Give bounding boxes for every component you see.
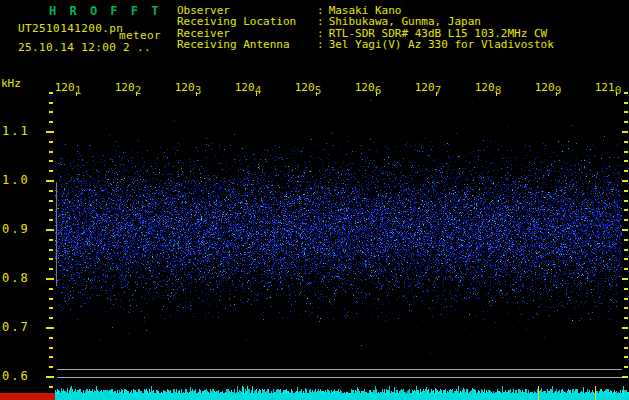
y-major-tick <box>46 376 54 378</box>
y-minor-tick-right <box>624 151 628 153</box>
x-axis-label: 1201 <box>53 81 83 94</box>
y-minor-tick <box>49 366 53 368</box>
y-minor-tick-right <box>624 121 628 123</box>
hrofft-window: H R O F F T UT2510141200.pn meteor 25.10… <box>0 0 629 400</box>
x-axis-label-hour: 120 <box>295 81 315 94</box>
x-axis-label-hour: 120 <box>175 81 195 94</box>
output-filename: UT2510141200.pn <box>18 22 123 35</box>
y-minor-tick-right <box>624 288 628 290</box>
y-minor-tick-right <box>624 249 628 251</box>
y-minor-tick-right <box>624 347 628 349</box>
y-minor-tick-right <box>624 356 628 358</box>
x-axis-label: 1210 <box>593 81 623 94</box>
corner-level-block <box>0 393 55 400</box>
y-minor-tick-right <box>624 268 628 270</box>
datetime-label: 25.10.14 12:00 <box>18 41 116 54</box>
y-axis-label: 1.0 <box>2 173 42 187</box>
y-minor-tick <box>49 347 53 349</box>
y-minor-tick <box>49 258 53 260</box>
reference-line-upper <box>57 369 622 370</box>
station-info-colon: : <box>317 39 324 50</box>
y-minor-tick <box>49 307 53 309</box>
y-minor-tick <box>49 268 53 270</box>
y-minor-tick-right <box>624 190 628 192</box>
y-minor-tick <box>49 151 53 153</box>
x-axis-label: 1204 <box>233 81 263 94</box>
event-marker-line <box>595 386 596 400</box>
y-minor-tick <box>49 92 53 94</box>
y-minor-tick <box>49 102 53 104</box>
y-minor-tick-right <box>624 337 628 339</box>
x-axis-label-hour: 120 <box>475 81 495 94</box>
y-major-tick <box>46 180 54 182</box>
y-minor-tick-right <box>624 209 628 211</box>
x-axis-label-hour: 120 <box>235 81 255 94</box>
x-axis-label: 1202 <box>113 81 143 94</box>
y-minor-tick-right <box>624 298 628 300</box>
reference-line-lower <box>57 377 622 378</box>
y-minor-tick-right <box>624 111 628 113</box>
y-minor-tick <box>49 170 53 172</box>
y-minor-tick <box>49 249 53 251</box>
x-axis-label: 1205 <box>293 81 323 94</box>
y-major-tick <box>46 229 54 231</box>
counter-label: 2 .. <box>123 41 151 54</box>
y-major-tick <box>46 327 54 329</box>
app-title: H R O F F T <box>49 4 161 18</box>
y-minor-tick <box>49 317 53 319</box>
y-minor-tick <box>49 219 53 221</box>
y-minor-tick <box>49 298 53 300</box>
y-minor-tick-right <box>624 258 628 260</box>
x-axis-label-hour: 120 <box>415 81 435 94</box>
station-info-value: 3el Yagi(V) Az 330 for Vladivostok <box>329 39 554 50</box>
x-axis-label-hour: 120 <box>355 81 375 94</box>
y-major-tick-right <box>621 278 628 280</box>
y-major-tick-right <box>621 376 628 378</box>
y-minor-tick <box>49 239 53 241</box>
y-major-tick-right <box>621 229 628 231</box>
y-minor-tick-right <box>624 141 628 143</box>
x-axis-label: 1206 <box>353 81 383 94</box>
x-axis-label-hour: 121 <box>595 81 615 94</box>
station-info-table: Observer:Masaki KanoReceiving Location:S… <box>177 5 554 51</box>
y-minor-tick <box>49 111 53 113</box>
y-axis-unit-label: kHz <box>1 77 21 90</box>
y-minor-tick-right <box>624 160 628 162</box>
x-axis-label: 1208 <box>473 81 503 94</box>
y-minor-tick <box>49 141 53 143</box>
y-minor-tick <box>49 337 53 339</box>
y-minor-tick <box>49 386 53 388</box>
y-minor-tick-right <box>624 307 628 309</box>
y-axis-label: 0.9 <box>2 222 42 236</box>
station-info-label: Receiving Antenna <box>177 39 317 50</box>
y-minor-tick-right <box>624 219 628 221</box>
spectrogram-left-edge-line <box>56 182 57 286</box>
y-minor-tick <box>49 160 53 162</box>
y-axis-label: 1.1 <box>2 124 42 138</box>
x-axis-label-hour: 120 <box>535 81 555 94</box>
y-minor-tick-right <box>624 102 628 104</box>
y-axis-label: 0.6 <box>2 369 42 383</box>
x-axis-label-hour: 120 <box>115 81 135 94</box>
x-axis-label: 1203 <box>173 81 203 94</box>
y-major-tick <box>46 278 54 280</box>
x-axis-label: 1209 <box>533 81 563 94</box>
y-minor-tick <box>49 200 53 202</box>
x-axis-label: 1207 <box>413 81 443 94</box>
station-info-row: Receiving Antenna:3el Yagi(V) Az 330 for… <box>177 39 554 50</box>
event-marker-line <box>538 386 539 400</box>
y-axis-label: 0.8 <box>2 271 42 285</box>
y-major-tick-right <box>621 131 628 133</box>
y-minor-tick-right <box>624 92 628 94</box>
y-minor-tick-right <box>624 170 628 172</box>
x-axis-label-hour: 120 <box>55 81 75 94</box>
spectrogram-canvas <box>55 96 622 390</box>
y-minor-tick-right <box>624 366 628 368</box>
y-minor-tick-right <box>624 317 628 319</box>
y-major-tick <box>46 131 54 133</box>
y-minor-tick <box>49 209 53 211</box>
y-major-tick-right <box>621 180 628 182</box>
y-minor-tick <box>49 288 53 290</box>
y-minor-tick <box>49 190 53 192</box>
y-axis-label: 0.7 <box>2 320 42 334</box>
